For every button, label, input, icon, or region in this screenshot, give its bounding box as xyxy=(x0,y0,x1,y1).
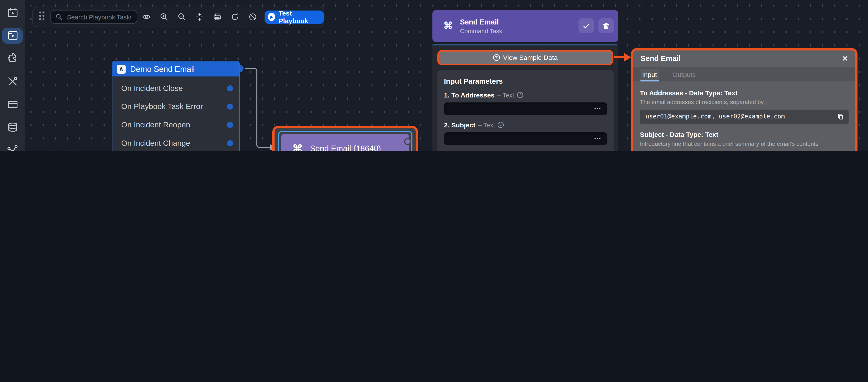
output-port[interactable] xyxy=(227,140,233,146)
visibility-button[interactable] xyxy=(137,8,155,25)
canvas-toolbar: Test Playbook xyxy=(32,6,324,27)
view-sample-data-label: View Sample Data xyxy=(503,54,558,61)
fit-to-canvas-button[interactable] xyxy=(190,8,208,25)
input-parameters-title: Input Parameters xyxy=(444,77,607,85)
task-config-panel: ? View Sample Data Input Parameters 1. T… xyxy=(432,44,618,151)
demo-node-header[interactable]: ∧ Demo Send Email xyxy=(112,61,239,76)
print-button[interactable] xyxy=(208,8,226,25)
check-icon xyxy=(582,22,590,30)
send-email-node-title: Send Email (18640) xyxy=(310,144,381,151)
drag-handle[interactable] xyxy=(38,10,45,23)
sample-panel-header: Send Email ✕ xyxy=(633,50,855,67)
sidebar-item-workflow[interactable] xyxy=(0,139,25,151)
info-icon: i xyxy=(517,92,523,98)
puzzle-icon xyxy=(6,52,19,64)
fit-to-canvas-icon xyxy=(195,12,204,22)
globe-button[interactable] xyxy=(244,8,261,25)
eye-icon xyxy=(142,12,151,22)
sidebar-item-tray[interactable] xyxy=(0,93,25,116)
output-row: On Incident Change xyxy=(112,134,239,151)
play-icon xyxy=(268,13,275,21)
trash-icon xyxy=(602,22,610,30)
demo-send-email-node[interactable]: ∧ Demo Send Email On Incident Close On P… xyxy=(112,61,240,151)
zoom-out-icon xyxy=(177,12,186,22)
output-port[interactable] xyxy=(227,85,233,91)
tab-input[interactable]: Input xyxy=(641,68,658,81)
zoom-in-button[interactable] xyxy=(155,8,173,25)
field-to-addresses: 1. To Addresses – Text i ••• xyxy=(444,91,607,115)
send-email-node-selection: ⌘ Send Email (18640) xyxy=(272,126,418,151)
search-box[interactable] xyxy=(51,10,137,24)
printer-icon xyxy=(212,12,222,22)
send-email-node-focus-ring: ⌘ Send Email (18640) xyxy=(278,131,412,151)
field-subject: 2. Subject – Text i ••• xyxy=(444,121,607,145)
database-icon xyxy=(6,121,19,133)
info-icon: i xyxy=(498,122,504,128)
sample-section-to-addresses: To Addresses - Data Type: Text The email… xyxy=(640,89,848,124)
drag-handle-icon xyxy=(38,10,45,21)
search-icon xyxy=(55,13,62,21)
close-icon[interactable]: ✕ xyxy=(842,54,848,62)
sample-panel-title: Send Email xyxy=(641,54,842,62)
task-subtitle: Command Task xyxy=(460,28,578,34)
output-port[interactable] xyxy=(227,104,233,110)
sample-section-subject: Subject - Data Type: Text Introductory l… xyxy=(640,130,848,151)
output-row: On Playbook Task Error xyxy=(112,97,239,116)
output-row: On Incident Close xyxy=(112,79,239,97)
refresh-button[interactable] xyxy=(226,8,244,25)
task-title: Send Email xyxy=(460,18,578,26)
playbook-editor: Test Playbook ∧ Demo Send Email On Incid… xyxy=(0,0,868,151)
sidebar-item-apps[interactable] xyxy=(0,47,25,70)
app-sidebar xyxy=(0,0,25,151)
sidebar-item-calendar-play[interactable] xyxy=(0,1,25,24)
workflow-icon xyxy=(6,144,19,151)
confirm-task-button[interactable] xyxy=(578,18,594,33)
zoom-out-button[interactable] xyxy=(173,8,190,25)
sidebar-item-playbooks[interactable] xyxy=(0,24,25,47)
expand-editor-button[interactable]: ••• xyxy=(594,136,601,141)
output-port[interactable] xyxy=(227,122,233,128)
subject-input[interactable]: ••• xyxy=(444,132,607,145)
demo-node-title: Demo Send Email xyxy=(130,64,195,74)
view-sample-data-button[interactable]: ? View Sample Data xyxy=(437,50,613,65)
playbooks-icon xyxy=(6,30,19,42)
input-parameters-section: Input Parameters 1. To Addresses – Text … xyxy=(437,70,614,151)
send-email-node[interactable]: ⌘ Send Email (18640) xyxy=(281,134,409,151)
refresh-icon xyxy=(230,12,239,22)
collapse-node-button[interactable]: ∧ xyxy=(117,64,126,74)
sample-value-box: user01@example.com, user02@example.com xyxy=(640,110,848,124)
test-playbook-button[interactable]: Test Playbook xyxy=(265,10,324,24)
globe-icon xyxy=(248,12,257,22)
expand-editor-button[interactable]: ••• xyxy=(594,106,601,111)
command-icon: ⌘ xyxy=(443,20,453,32)
test-playbook-label: Test Playbook xyxy=(279,9,318,25)
sample-panel-tabs: Input Outputs xyxy=(633,67,855,81)
delete-task-button[interactable] xyxy=(598,18,614,33)
copy-icon[interactable] xyxy=(837,113,844,120)
tray-icon xyxy=(6,98,19,110)
tab-outputs[interactable]: Outputs xyxy=(671,68,698,81)
output-row: On Incident Reopen xyxy=(112,116,239,134)
calendar-play-icon xyxy=(6,6,19,19)
task-header-card: ⌘ Send Email Command Task xyxy=(432,10,618,42)
sidebar-item-data[interactable] xyxy=(0,116,25,139)
tools-icon xyxy=(6,75,19,87)
command-icon: ⌘ xyxy=(292,142,303,151)
active-highlight xyxy=(2,28,23,43)
search-input[interactable] xyxy=(66,13,132,21)
question-icon: ? xyxy=(493,54,500,61)
sample-data-panel: Send Email ✕ Input Outputs To Addresses … xyxy=(631,48,858,151)
to-addresses-input[interactable]: ••• xyxy=(444,102,607,115)
demo-node-outputs: On Incident Close On Playbook Task Error… xyxy=(112,77,239,151)
sidebar-item-utilities[interactable] xyxy=(0,70,25,93)
sample-panel-body: To Addresses - Data Type: Text The email… xyxy=(633,81,855,151)
send-node-output-port[interactable] xyxy=(404,138,411,145)
toolbar-icons xyxy=(137,8,261,25)
zoom-in-icon xyxy=(159,12,168,22)
